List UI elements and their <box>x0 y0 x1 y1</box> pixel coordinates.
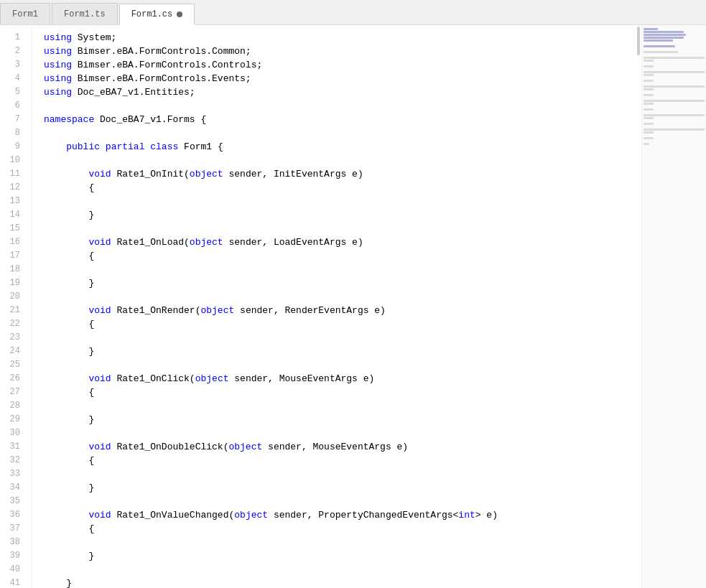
line-number: 2 <box>0 45 26 58</box>
code-line: { <box>44 181 641 195</box>
line-number: 26 <box>0 372 26 386</box>
line-number: 11 <box>0 167 26 181</box>
line-number: 1 <box>0 31 26 45</box>
minimap-line <box>644 117 654 119</box>
minimap <box>641 25 706 588</box>
code-line: } <box>44 413 641 426</box>
minimap-line <box>644 131 654 134</box>
code-line <box>44 358 641 372</box>
code-line <box>44 563 641 577</box>
line-number: 19 <box>0 276 26 290</box>
line-number: 40 <box>0 563 26 577</box>
minimap-line <box>644 123 654 125</box>
code-line: } <box>44 208 641 222</box>
line-number: 9 <box>0 140 26 154</box>
line-number: 24 <box>0 345 26 358</box>
line-number: 4 <box>0 72 26 85</box>
code-line: } <box>44 549 641 563</box>
line-number: 23 <box>0 331 26 345</box>
code-line: void Rate1_OnClick(object sender, MouseE… <box>44 372 641 386</box>
line-number: 27 <box>0 386 26 399</box>
line-number: 18 <box>0 263 26 276</box>
code-line: } <box>44 481 641 495</box>
tab-bar: Form1 Form1.ts Form1.cs <box>0 0 706 25</box>
minimap-line <box>644 137 654 139</box>
line-number: 14 <box>0 208 26 222</box>
line-number: 41 <box>0 577 26 588</box>
code-line: namespace Doc_eBA7_v1.Forms { <box>44 113 641 126</box>
line-number: 21 <box>0 304 26 317</box>
line-number: 38 <box>0 536 26 549</box>
line-number: 10 <box>0 154 26 167</box>
code-line: void Rate1_OnRender(object sender, Rende… <box>44 304 641 317</box>
code-line: using Doc_eBA7_v1.Entities; <box>44 85 641 99</box>
code-line <box>44 126 641 140</box>
tab-form1-cs[interactable]: Form1.cs <box>119 4 195 25</box>
minimap-line <box>644 60 654 62</box>
code-line <box>44 195 641 208</box>
line-number: 12 <box>0 181 26 195</box>
minimap-line <box>644 65 654 67</box>
code-line: void Rate1_OnDoubleClick(object sender, … <box>44 440 641 454</box>
code-line <box>44 467 641 481</box>
code-line <box>44 536 641 549</box>
line-number: 30 <box>0 426 26 440</box>
line-number: 17 <box>0 249 26 263</box>
minimap-line <box>644 94 654 96</box>
code-line: { <box>44 317 641 331</box>
line-number: 5 <box>0 85 26 99</box>
code-line: { <box>44 454 641 467</box>
tab-form1-label: Form1 <box>12 9 38 19</box>
code-line <box>44 222 641 235</box>
minimap-line <box>644 114 705 116</box>
code-line <box>44 290 641 304</box>
minimap-line <box>644 100 705 102</box>
code-line <box>44 99 641 113</box>
editor-container: 1234567891011121314151617181920212223242… <box>0 25 706 588</box>
minimap-line <box>644 39 673 42</box>
code-line: using Bimser.eBA.FormControls.Common; <box>44 45 641 58</box>
minimap-line <box>644 74 654 76</box>
line-number: 31 <box>0 440 26 454</box>
line-number: 20 <box>0 290 26 304</box>
tab-modified-dot <box>177 11 182 17</box>
minimap-line <box>644 34 686 36</box>
line-number: 7 <box>0 113 26 126</box>
code-line: void Rate1_OnLoad(object sender, LoadEve… <box>44 235 641 249</box>
minimap-line <box>644 85 705 88</box>
code-line: { <box>44 249 641 263</box>
minimap-line <box>644 108 654 111</box>
tab-form1-ts-label: Form1.ts <box>64 9 106 19</box>
code-line <box>44 331 641 345</box>
tab-form1[interactable]: Form1 <box>0 3 50 24</box>
code-line <box>44 495 641 508</box>
line-number: 8 <box>0 126 26 140</box>
line-number: 22 <box>0 317 26 331</box>
code-area[interactable]: using System;using Bimser.eBA.FormContro… <box>32 25 641 588</box>
minimap-line <box>644 80 654 82</box>
minimap-line <box>644 37 684 39</box>
line-number: 37 <box>0 522 26 536</box>
line-number: 16 <box>0 235 26 249</box>
minimap-line <box>644 45 675 47</box>
tab-form1-cs-label: Form1.cs <box>131 9 173 19</box>
line-number: 3 <box>0 58 26 72</box>
line-number: 13 <box>0 195 26 208</box>
scrollbar-track[interactable] <box>636 25 641 588</box>
code-line: void Rate1_OnInit(object sender, InitEve… <box>44 167 641 181</box>
minimap-line <box>644 28 658 30</box>
tab-form1-ts[interactable]: Form1.ts <box>52 3 118 24</box>
code-line: } <box>44 577 641 588</box>
line-number: 28 <box>0 399 26 413</box>
line-number: 32 <box>0 454 26 467</box>
code-line: using System; <box>44 31 641 45</box>
minimap-line <box>644 51 678 53</box>
code-line: using Bimser.eBA.FormControls.Controls; <box>44 58 641 72</box>
minimap-line <box>644 71 705 73</box>
code-line: void Rate1_OnValueChanged(object sender,… <box>44 508 641 522</box>
minimap-line <box>644 31 684 33</box>
line-number: 36 <box>0 508 26 522</box>
line-number: 34 <box>0 481 26 495</box>
minimap-line <box>644 57 705 59</box>
code-line <box>44 399 641 413</box>
